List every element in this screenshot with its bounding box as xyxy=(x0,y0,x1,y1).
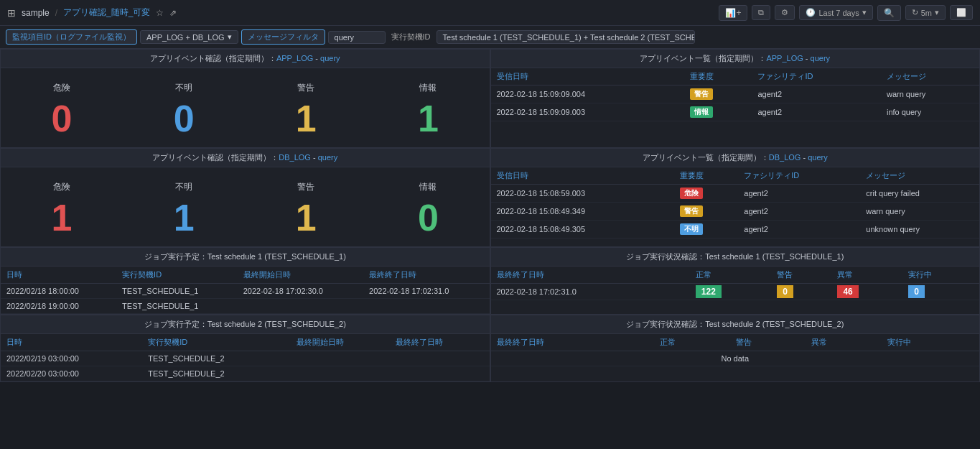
message-filter-pill[interactable]: メッセージフィルタ xyxy=(241,29,325,45)
status-warn: 0 xyxy=(777,285,793,298)
settings-button[interactable]: ⚙ xyxy=(775,5,795,20)
metric-warn-db-label: 警告 xyxy=(245,181,367,193)
cell-warn: 0 xyxy=(771,284,831,300)
metric-danger-value: 0 xyxy=(1,100,123,137)
log-type-value: APP_LOG + DB_LOG xyxy=(146,33,225,42)
cell-end: 2022-02-18 17:02:31.0 xyxy=(491,284,690,300)
query-input[interactable] xyxy=(328,31,386,44)
job-schedule-1-panel: ジョブ実行予定：Test schedule 1 (TEST_SCHEDULE_1… xyxy=(0,247,490,315)
col-start: 最終開始日時 xyxy=(238,267,363,284)
job-schedule-2-header: ジョブ実行予定：Test schedule 2 (TEST_SCHEDULE_2… xyxy=(1,315,490,334)
log-type-dropdown[interactable]: APP_LOG + DB_LOG ▾ xyxy=(140,30,238,44)
table-row: 2022-02-18 15:08:59.003 危険 agent2 crit q… xyxy=(491,185,980,203)
table-header-row: 最終終了日時 正常 警告 異常 実行中 xyxy=(491,267,980,284)
metric-warn-db: 警告 1 xyxy=(245,181,367,236)
cell-severity: 情報 xyxy=(684,103,752,121)
app-event-db-header: アプリイベント確認（指定期間）：DB_LOG - query xyxy=(1,149,490,167)
table-row: 2022/02/18 19:00:00 TEST_SCHEDULE_1 xyxy=(1,299,490,314)
cell-end: 2022-02-18 17:02:31.0 xyxy=(363,284,489,299)
separator: / xyxy=(55,8,57,18)
table-row: 2022/02/19 03:00:00 TEST_SCHEDULE_2 xyxy=(1,351,490,366)
app-event-list-db-table: 受信日時 重要度 ファシリティID メッセージ 2022-02-18 15:08… xyxy=(491,167,980,239)
copy-button[interactable]: ⧉ xyxy=(752,5,770,20)
metric-danger-label: 危険 xyxy=(1,82,123,94)
table-header-row: 日時 実行契機ID 最終開始日時 最終終了日時 xyxy=(1,267,490,284)
screen-icon: ⬜ xyxy=(956,8,966,17)
app-event-list-app-table: 受信日時 重要度 ファシリティID メッセージ 2022-02-18 15:09… xyxy=(491,68,980,121)
status-error: 46 xyxy=(837,285,858,298)
fullscreen-button[interactable]: ⬜ xyxy=(950,5,973,20)
schedule-dropdown[interactable]: Test schedule 1 (TEST_SCHEDULE_1) + Test… xyxy=(437,30,695,44)
col-end: 最終終了日時 xyxy=(491,334,655,351)
table-header-row: 最終終了日時 正常 警告 異常 実行中 xyxy=(491,334,980,351)
schedule-id-label: 実行契機ID xyxy=(388,32,434,42)
breadcrumb-area: ⊞ sample / アプリ確認_随時_可変 ☆ ⇗ xyxy=(7,6,177,19)
breadcrumb-link[interactable]: アプリ確認_随時_可変 xyxy=(63,6,150,19)
col-warn: 警告 xyxy=(730,334,806,351)
cell-start xyxy=(238,299,363,314)
app-event-app-metrics: 危険 0 不明 0 警告 1 情報 1 xyxy=(1,68,490,147)
app-event-list-app-panel: アプリイベント一覧（指定期間）：APP_LOG - query 受信日時 重要度… xyxy=(490,49,981,148)
metric-danger-db: 危険 1 xyxy=(1,181,123,236)
cell-datetime: 2022/02/18 18:00:00 xyxy=(1,284,116,299)
cell-start xyxy=(291,351,390,366)
cell-severity: 警告 xyxy=(674,203,739,221)
top-bar: ⊞ sample / アプリ確認_随時_可変 ☆ ⇗ 📊+ ⧉ ⚙ 🕐 Last… xyxy=(0,0,980,26)
table-row: 2022-02-18 15:09:09.004 警告 agent2 warn q… xyxy=(491,85,980,103)
cell-facility: agent2 xyxy=(752,103,881,121)
table-row: 2022-02-18 15:08:49.349 警告 agent2 warn q… xyxy=(491,203,980,221)
table-header-row: 受信日時 重要度 ファシリティID メッセージ xyxy=(491,68,980,85)
add-chart-button[interactable]: 📊+ xyxy=(719,5,747,21)
cell-normal: 122 xyxy=(690,284,771,300)
time-range-button[interactable]: 🕐 Last 7 days ▾ xyxy=(799,5,872,20)
refresh-interval: 5m xyxy=(921,9,932,17)
cell-datetime: 2022/02/19 03:00:00 xyxy=(1,351,142,366)
severity-badge: 情報 xyxy=(690,106,713,118)
metric-unknown-db-label: 不明 xyxy=(123,181,245,193)
copy-icon: ⧉ xyxy=(758,8,764,17)
app-event-app-panel: アプリイベント確認（指定期間）：APP_LOG - query 危険 0 不明 … xyxy=(0,49,490,148)
col-error: 異常 xyxy=(806,334,882,351)
col-datetime: 日時 xyxy=(1,267,116,284)
cell-severity: 危険 xyxy=(674,185,739,203)
refresh-icon: ↻ xyxy=(912,8,918,17)
metric-info-db-value: 0 xyxy=(367,199,489,236)
zoom-out-button[interactable]: 🔍 xyxy=(877,5,901,21)
star-icon[interactable]: ☆ xyxy=(156,8,164,18)
table-row: 2022-02-18 17:02:31.0 122 0 46 0 xyxy=(491,284,980,300)
app-event-app-title: アプリイベント確認（指定期間）：APP_LOG - query xyxy=(150,54,340,63)
metric-info-db: 情報 0 xyxy=(367,181,489,236)
cell-datetime: 2022-02-18 15:09:09.003 xyxy=(491,103,684,121)
cell-end xyxy=(390,351,489,366)
job-status-1-panel: ジョブ実行状況確認：Test schedule 1 (TEST_SCHEDULE… xyxy=(490,247,981,315)
job-schedule-2-table: 日時 実行契機ID 最終開始日時 最終終了日時 2022/02/19 03:00… xyxy=(1,334,490,381)
job-status-1-header: ジョブ実行状況確認：Test schedule 1 (TEST_SCHEDULE… xyxy=(491,248,980,267)
table-row: 2022-02-18 15:09:09.003 情報 agent2 info q… xyxy=(491,103,980,121)
app-event-list-db-header: アプリイベント一覧（指定期間）：DB_LOG - query xyxy=(491,149,980,167)
cell-datetime: 2022-02-18 15:08:59.003 xyxy=(491,185,674,203)
filter-bar: 監視項目ID（ログファイル監視） APP_LOG + DB_LOG ▾ メッセー… xyxy=(0,26,980,49)
metric-warn-db-value: 1 xyxy=(245,199,367,236)
metric-warn-app: 警告 1 xyxy=(245,82,367,137)
zoom-icon: 🔍 xyxy=(884,8,895,18)
severity-badge: 不明 xyxy=(680,223,703,235)
monitor-id-filter[interactable]: 監視項目ID（ログファイル監視） xyxy=(6,29,137,45)
cell-severity: 警告 xyxy=(684,85,752,103)
app-name: sample xyxy=(22,8,50,18)
col-end: 最終終了日時 xyxy=(390,334,489,351)
col-warn: 警告 xyxy=(771,267,831,284)
metric-unknown-db: 不明 1 xyxy=(123,181,245,236)
metric-info-value: 1 xyxy=(367,100,489,137)
cell-datetime: 2022/02/18 19:00:00 xyxy=(1,299,116,314)
cell-end xyxy=(363,299,489,314)
status-running: 0 xyxy=(908,285,925,298)
add-chart-icon: 📊+ xyxy=(725,8,741,18)
main-grid: アプリイベント確認（指定期間）：APP_LOG - query 危険 0 不明 … xyxy=(0,49,980,382)
app-event-list-db-panel: アプリイベント一覧（指定期間）：DB_LOG - query 受信日時 重要度 … xyxy=(490,148,981,247)
refresh-button[interactable]: ↻ 5m ▾ xyxy=(905,5,946,20)
top-bar-right: 📊+ ⧉ ⚙ 🕐 Last 7 days ▾ 🔍 ↻ 5m ▾ ⬜ xyxy=(719,5,973,21)
col-severity: 重要度 xyxy=(684,68,752,85)
cell-message: warn query xyxy=(881,85,979,103)
share-icon[interactable]: ⇗ xyxy=(169,8,177,18)
col-end: 最終終了日時 xyxy=(491,267,690,284)
